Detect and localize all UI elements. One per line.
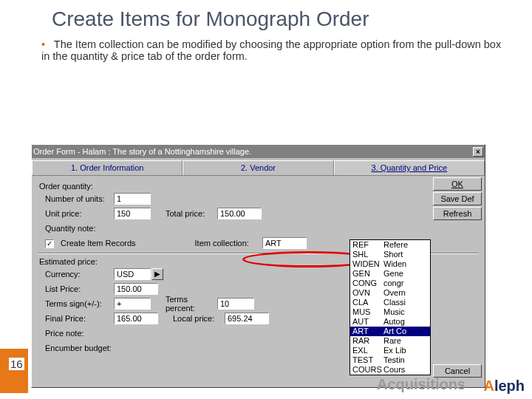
window-title: Order Form - Halam : The story of a Nott…	[33, 147, 473, 156]
quantity-note-label: Quantity note:	[36, 224, 114, 233]
unit-price-input[interactable]: 150	[114, 208, 151, 219]
price-note-label: Price note:	[36, 329, 114, 338]
terms-sign-label: Terms sign(+/-):	[36, 299, 114, 308]
dropdown-option[interactable]: MUSMusic	[350, 307, 430, 317]
list-price-label: List Price:	[36, 284, 114, 293]
dropdown-option[interactable]: ARTArt Co	[350, 327, 430, 336]
units-input[interactable]: 1	[114, 193, 151, 205]
terms-sign-input[interactable]: +	[114, 298, 151, 310]
dropdown-option[interactable]: WIDENWiden	[350, 259, 430, 269]
total-price-label: Total price:	[151, 209, 217, 218]
dropdown-option[interactable]: RARRare	[350, 336, 430, 346]
item-collection-dropdown[interactable]: REFRefereSHLShortWIDENWidenGENGeneCONGco…	[349, 239, 431, 375]
order-quantity-section-label: Order quantity:	[39, 182, 480, 191]
currency-dropdown-icon[interactable]: ▶	[151, 268, 163, 280]
dropdown-option[interactable]: COURSCours	[350, 365, 430, 375]
dropdown-option[interactable]: CLAClassi	[350, 298, 430, 307]
total-price-input[interactable]: 150.00	[217, 208, 262, 219]
units-label: Number of units:	[36, 194, 114, 203]
slide-accent-bar	[0, 349, 28, 393]
terms-percent-label: Terms percent:	[151, 295, 217, 313]
tab-strip: 1. Order Information 2. Vendor 3. Quanti…	[32, 160, 485, 175]
list-price-input[interactable]: 150.00	[114, 283, 158, 295]
final-price-input[interactable]: 165.00	[114, 313, 158, 324]
dropdown-option[interactable]: OVNOvern	[350, 288, 430, 298]
dropdown-option[interactable]: REFRefere	[350, 240, 430, 250]
create-items-wrap: ✓ Create Item Records	[36, 239, 136, 248]
item-collection-input[interactable]: ART	[262, 237, 307, 249]
close-icon[interactable]: ×	[473, 147, 483, 157]
refresh-button[interactable]: Refresh	[433, 207, 482, 220]
page-number: 16	[9, 358, 24, 370]
dropdown-option[interactable]: CONGcongr	[350, 279, 430, 288]
button-column: OK Save Def Refresh	[433, 177, 482, 220]
logo: Aleph	[483, 378, 525, 395]
final-price-label: Final Price:	[36, 314, 114, 323]
tab-quantity-price[interactable]: 3. Quantity and Price	[334, 160, 485, 175]
bullet-text: The Item collection can be modified by c…	[41, 38, 501, 62]
dropdown-option[interactable]: TESTTestin	[350, 355, 430, 365]
terms-percent-input[interactable]: 10	[217, 298, 254, 310]
order-form-window: Order Form - Halam : The story of a Nott…	[31, 144, 485, 388]
dropdown-option[interactable]: GENGene	[350, 269, 430, 279]
dropdown-option[interactable]: AUTAutog	[350, 317, 430, 327]
window-titlebar: Order Form - Halam : The story of a Nott…	[32, 145, 485, 158]
encumber-budget-label: Encumber budget:	[36, 344, 114, 352]
local-price-label: Local price:	[158, 314, 225, 323]
item-collection-label: Item collection:	[195, 239, 249, 248]
save-default-button[interactable]: Save Def	[433, 192, 482, 205]
bullet-dot-icon: •	[41, 38, 45, 50]
slide-title: Create Items for Monograph Order	[0, 0, 532, 34]
currency-input[interactable]: USD	[114, 268, 151, 280]
tab-order-information[interactable]: 1. Order Information	[32, 160, 183, 175]
bullet-item: • The Item collection can be modified by…	[0, 34, 532, 69]
create-items-checkbox[interactable]: ✓	[45, 239, 54, 248]
dropdown-option[interactable]: SHLShort	[350, 250, 430, 259]
tab-vendor[interactable]: 2. Vendor	[183, 160, 333, 175]
create-items-label: Create Item Records	[61, 239, 135, 248]
ok-button[interactable]: OK	[433, 177, 482, 191]
currency-label: Currency:	[36, 270, 114, 279]
unit-price-label: Unit price:	[36, 209, 114, 218]
footer-text: Acquisitions	[377, 376, 466, 393]
local-price-input[interactable]: 695.24	[225, 313, 269, 324]
dropdown-option[interactable]: EXLEx Lib	[350, 346, 430, 355]
tab-panel: OK Save Def Refresh Cancel Order quantit…	[32, 175, 485, 382]
